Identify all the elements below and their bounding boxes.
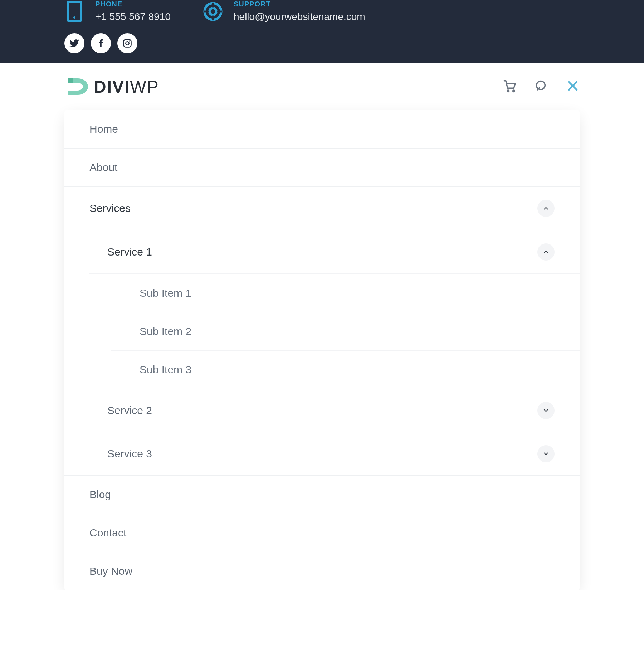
phone-label: PHONE bbox=[95, 0, 171, 8]
menu-item-about[interactable]: About bbox=[64, 149, 580, 187]
facebook-icon[interactable] bbox=[91, 33, 111, 53]
header: DIVIWP bbox=[0, 63, 644, 110]
svg-point-12 bbox=[513, 90, 515, 92]
support-value[interactable]: hello@yourwebsitename.com bbox=[234, 11, 365, 23]
contact-phone-text: PHONE +1 555 567 8910 bbox=[95, 0, 171, 23]
twitter-icon[interactable] bbox=[64, 33, 84, 53]
chevron-down-icon[interactable] bbox=[537, 402, 555, 419]
menu-item-blog[interactable]: Blog bbox=[64, 475, 580, 514]
topbar-contact-row: PHONE +1 555 567 8910 SUPPORT hello@your… bbox=[64, 0, 580, 23]
menu-label: Contact bbox=[89, 527, 126, 539]
chevron-up-icon[interactable] bbox=[537, 200, 555, 217]
menu-label: Services bbox=[89, 202, 131, 214]
logo-mark-icon bbox=[64, 74, 89, 99]
phone-value[interactable]: +1 555 567 8910 bbox=[95, 11, 171, 23]
menu-item-service-3[interactable]: Service 3 bbox=[89, 432, 580, 475]
svg-point-11 bbox=[507, 90, 509, 92]
cart-icon[interactable] bbox=[503, 79, 517, 94]
menu-item-services[interactable]: Services bbox=[64, 187, 580, 230]
chevron-down-icon[interactable] bbox=[537, 445, 555, 462]
chevron-up-icon[interactable] bbox=[537, 243, 555, 261]
social-row bbox=[64, 33, 580, 53]
logo-brand-2: WP bbox=[130, 77, 159, 96]
menu-item-service-1[interactable]: Service 1 bbox=[89, 230, 580, 274]
menu-item-contact[interactable]: Contact bbox=[64, 514, 580, 552]
svg-point-1 bbox=[73, 16, 75, 19]
close-icon[interactable] bbox=[566, 79, 580, 94]
menu-label: Home bbox=[89, 123, 118, 135]
menu-label: About bbox=[89, 161, 117, 174]
svg-point-9 bbox=[126, 42, 129, 45]
search-icon[interactable] bbox=[535, 79, 548, 94]
menu-label: Service 2 bbox=[107, 404, 152, 417]
lifebuoy-icon bbox=[203, 1, 223, 21]
menu-label: Service 3 bbox=[107, 448, 152, 460]
topbar: PHONE +1 555 567 8910 SUPPORT hello@your… bbox=[0, 0, 644, 63]
contact-support-text: SUPPORT hello@yourwebsitename.com bbox=[234, 0, 365, 23]
menu-item-sub-1[interactable]: Sub Item 1 bbox=[111, 274, 580, 312]
phone-icon bbox=[64, 1, 84, 21]
menu-item-sub-3[interactable]: Sub Item 3 bbox=[111, 351, 580, 389]
support-label: SUPPORT bbox=[234, 0, 365, 8]
menu-item-buy-now[interactable]: Buy Now bbox=[64, 552, 580, 590]
header-icons bbox=[503, 79, 580, 94]
menu-item-home[interactable]: Home bbox=[64, 110, 580, 149]
menu-label: Sub Item 3 bbox=[140, 364, 191, 376]
logo[interactable]: DIVIWP bbox=[64, 74, 159, 99]
instagram-icon[interactable] bbox=[117, 33, 137, 53]
contact-phone: PHONE +1 555 567 8910 bbox=[64, 0, 171, 23]
service-1-submenu: Sub Item 1 Sub Item 2 Sub Item 3 bbox=[111, 274, 580, 389]
menu-label: Service 1 bbox=[107, 246, 152, 258]
menu-label: Sub Item 1 bbox=[140, 287, 191, 299]
logo-brand-1: DIVI bbox=[94, 77, 130, 96]
svg-point-13 bbox=[537, 81, 545, 90]
menu-label: Buy Now bbox=[89, 565, 132, 577]
menu-panel: Home About Services Service 1 Sub Item 1… bbox=[64, 110, 580, 590]
logo-text: DIVIWP bbox=[94, 77, 159, 97]
menu-label: Sub Item 2 bbox=[140, 325, 191, 337]
menu-label: Blog bbox=[89, 489, 111, 501]
services-submenu: Service 1 Sub Item 1 Sub Item 2 Sub Item… bbox=[89, 230, 580, 475]
svg-point-3 bbox=[209, 8, 216, 15]
svg-point-10 bbox=[129, 40, 130, 42]
menu-item-sub-2[interactable]: Sub Item 2 bbox=[111, 312, 580, 351]
menu-item-service-2[interactable]: Service 2 bbox=[89, 389, 580, 432]
contact-support: SUPPORT hello@yourwebsitename.com bbox=[203, 0, 365, 23]
